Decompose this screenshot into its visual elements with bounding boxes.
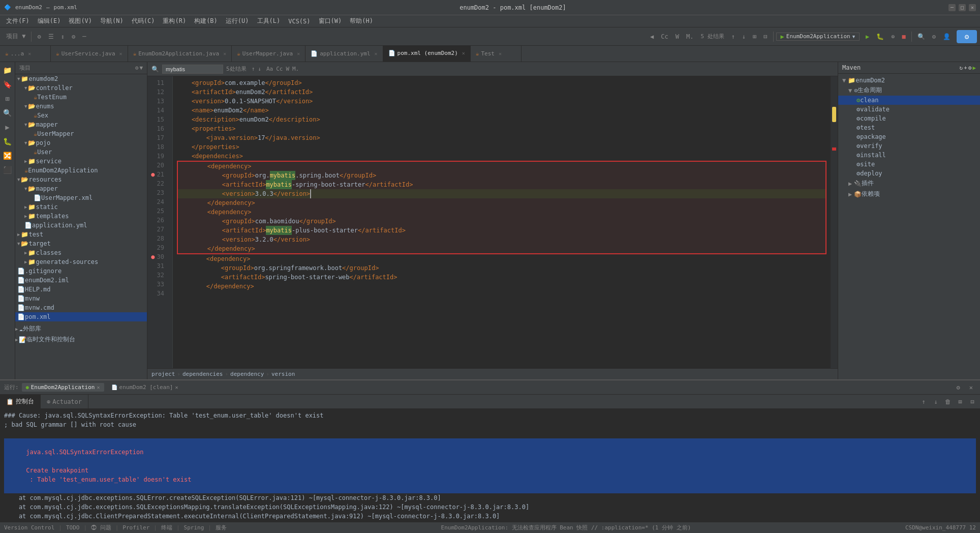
menu-nav[interactable]: 导航(N) (96, 16, 128, 26)
menu-window[interactable]: 窗口(W) (315, 16, 346, 26)
search-next-btn[interactable]: ↓ (258, 66, 261, 72)
tree-mapper-pkg[interactable]: ▼ 📂 mapper (15, 120, 147, 129)
tree-usermapper-xml[interactable]: 📄 UserMapper.xml (15, 193, 147, 202)
tree-mapper-res[interactable]: ▼ 📂 mapper (15, 184, 147, 193)
tree-scratch[interactable]: ▶ 📝 临时文件和控制台 (15, 334, 147, 345)
close-btn[interactable]: ✕ (969, 4, 976, 11)
search-regex-btn[interactable]: W (286, 66, 289, 72)
menu-code[interactable]: 代码(C) (128, 16, 159, 26)
console-filter-btn[interactable]: ⊟ (967, 396, 978, 407)
tab-test[interactable]: ☕ Test ✕ (471, 46, 522, 62)
tree-appyml[interactable]: 📄 application.yml (15, 221, 147, 230)
toolbar-minus-btn[interactable]: ─ (79, 30, 89, 43)
tree-test[interactable]: ▶ 📁 test (15, 230, 147, 239)
maven-install[interactable]: ⚙ install (838, 151, 980, 160)
maven-validate[interactable]: ⚙ validate (838, 105, 980, 114)
run-tab-enumapp[interactable]: ● EnumDom2Application ✕ (22, 383, 104, 392)
search-input[interactable] (162, 65, 223, 74)
tree-templates[interactable]: ▶ 📁 templates (15, 212, 147, 221)
search-everywhere-btn[interactable]: 🔍 (914, 30, 928, 43)
tab-0-close[interactable]: ✕ (28, 51, 31, 56)
maven-compile[interactable]: ⚙ compile (838, 114, 980, 123)
problems-btn[interactable]: ⓵ 问题 (91, 524, 111, 531)
toolbar-settings-btn[interactable]: ⚙ (69, 30, 78, 43)
tree-external[interactable]: ▶ ☁ 外部库 (15, 323, 147, 334)
avatar-btn[interactable]: 👤 (940, 30, 954, 43)
run-tab-close-1[interactable]: ✕ (97, 384, 100, 390)
tree-enums[interactable]: ▼ 📂 enums (15, 102, 147, 111)
editor-scrollbar[interactable] (831, 76, 838, 368)
menu-view[interactable]: 视图(V) (65, 16, 96, 26)
create-breakpoint-link[interactable]: Create breakpoint (26, 467, 88, 474)
todo-btn[interactable]: TODO (66, 524, 80, 531)
menu-help[interactable]: 帮助(H) (346, 16, 377, 26)
search-prev-btn[interactable]: ↑ (252, 66, 255, 72)
maven-verify[interactable]: ⚙ verify (838, 141, 980, 151)
tree-enumapp[interactable]: ☕ EnumDom2Application (15, 166, 147, 175)
breadcrumb-version[interactable]: version (271, 371, 295, 377)
toolbar-list-btn[interactable]: ☰ (45, 30, 57, 43)
tab-um-close[interactable]: ✕ (297, 51, 300, 56)
spring-btn[interactable]: Spring (184, 524, 204, 531)
search-case-btn[interactable]: Aa (266, 66, 273, 72)
maven-run-btn[interactable]: ▶ (972, 65, 976, 71)
settings-btn[interactable]: ⚙ (929, 30, 939, 43)
tree-static[interactable]: ▶ 📁 static (15, 202, 147, 212)
menu-vcs[interactable]: VCS(S) (284, 17, 314, 26)
maven-settings-btn[interactable]: ⚙ (968, 65, 972, 71)
run-config-selector[interactable]: ▶ EnumDom2Application ▼ (776, 33, 860, 41)
maven-test[interactable]: ⚙ test (838, 123, 980, 132)
tree-classes[interactable]: ▶ 📁 classes (15, 248, 147, 257)
menu-build[interactable]: 构建(B) (190, 16, 222, 26)
tab-0[interactable]: ☕ ...a ✕ (0, 46, 51, 62)
toolbar-sort-btn[interactable]: ↕ (58, 30, 68, 43)
bottom-settings-btn[interactable]: ⚙ (954, 381, 963, 394)
toolbar-search-nav-btn[interactable]: ◀ (647, 30, 657, 43)
sql-error-link[interactable]: SQLError.java:121 (239, 494, 301, 501)
sidebar-icon-bookmark[interactable]: 🔖 (2, 78, 14, 91)
tree-helpmd[interactable]: 📄 HELP.md (15, 285, 147, 294)
maven-clean[interactable]: ⚙ clean (838, 96, 980, 105)
sql-mapping-link[interactable]: SQLExceptionsMapping.java:122 (283, 504, 390, 511)
sidebar-icon-debug[interactable]: 🐛 (2, 135, 14, 147)
menu-tools[interactable]: 工具(L) (253, 16, 285, 26)
breadcrumb-project[interactable]: project (151, 371, 175, 377)
sidebar-icon-search[interactable]: 🔍 (2, 107, 14, 119)
tab-ay-close[interactable]: ✕ (375, 51, 378, 56)
exception-class-link[interactable]: java.sql.SQLSyntaxErrorException (26, 449, 143, 456)
tree-resources[interactable]: ▼ 📂 resources (15, 175, 147, 184)
console-tab-actuator[interactable]: ⊕ Actuator (41, 395, 88, 408)
maven-deploy[interactable]: ⚙ deploy (838, 169, 980, 178)
tree-enumdom2[interactable]: ▼ 📁 enumdom2 (15, 74, 147, 83)
menu-refactor[interactable]: 重构(R) (159, 16, 190, 26)
console-clear-btn[interactable]: 🗑 (942, 396, 954, 407)
sidebar-icon-terminal[interactable]: ⬛ (2, 164, 14, 176)
sidebar-icon-project[interactable]: 📁 (2, 64, 14, 76)
sidebar-icon-run[interactable]: ▶ (2, 121, 14, 133)
tab-ea-close[interactable]: ✕ (223, 51, 226, 56)
toolbar-structure-btn[interactable]: ⚙ (34, 30, 44, 43)
maven-reload-btn[interactable]: ↻ (960, 65, 963, 71)
tree-target[interactable]: ▼ 📂 target (15, 239, 147, 248)
run-coverage-btn[interactable]: ⊕ (888, 30, 898, 43)
tree-mvnwcmd[interactable]: 📄 mvnw.cmd (15, 303, 147, 312)
run-btn[interactable]: ▶ (863, 30, 872, 43)
minimize-btn[interactable]: ─ (948, 4, 956, 11)
console-up-btn[interactable]: ↑ (918, 396, 929, 407)
breadcrumb-dependencies[interactable]: dependencies (182, 371, 223, 377)
sidebar-icon-structure[interactable]: ⊞ (2, 93, 14, 105)
menu-run[interactable]: 运行(U) (222, 16, 253, 26)
tree-usermapper[interactable]: ☕ UserMapper (15, 129, 147, 138)
maven-enumdom2[interactable]: ▼ 📁 enumDom2 (838, 76, 980, 85)
maven-dependencies[interactable]: ▶ 📦 依赖项 (838, 189, 980, 199)
tab-usermapper[interactable]: ☕ UserMapper.java ✕ (232, 46, 305, 62)
tab-userservice[interactable]: ☕ UserService.java ✕ (51, 46, 128, 62)
tree-user[interactable]: ☕ User (15, 147, 147, 157)
client-ps-link[interactable]: ClientPreparedStatement.java:912 (243, 513, 360, 520)
gear-icon[interactable]: ⚙ (135, 65, 139, 71)
tab-pomxml[interactable]: 📄 pom.xml (enumDom2) ✕ (383, 46, 471, 62)
toolbar-w-btn[interactable]: W (672, 30, 682, 43)
stop-btn[interactable]: ■ (899, 30, 909, 43)
search-word-btn[interactable]: Cc (276, 66, 283, 72)
console-tab-main[interactable]: 📋 控制台 (0, 395, 41, 408)
